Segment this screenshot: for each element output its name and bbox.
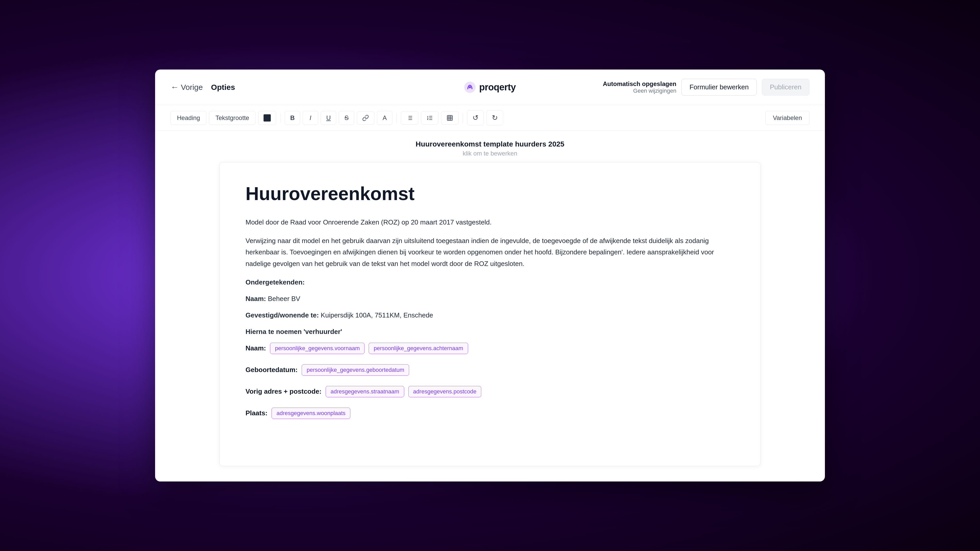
svg-rect-11 [447, 115, 452, 121]
header-left: ← Vorige Opties [170, 83, 235, 92]
hierna-line: Hierna te noemen 'verhuurder' [245, 326, 735, 337]
unordered-list-button[interactable] [401, 111, 418, 125]
toolbar: Heading Tekstgrootte B I U S A [155, 105, 825, 131]
undo-button[interactable]: ↺ [467, 110, 484, 125]
bold-button[interactable]: B [285, 111, 300, 125]
hierna-label: Hierna te noemen 'verhuurder' [245, 328, 342, 335]
naam-line: Naam: Beheer BV [245, 293, 735, 304]
autosave-info: Automatisch opgeslagen Geen wijzigingen [603, 80, 676, 94]
geboortedatum-field-row: Geboortedatum: persoonlijke_gegevens.geb… [245, 364, 735, 376]
naam2-label: Naam: [245, 344, 266, 352]
redo-button[interactable]: ↻ [487, 110, 503, 125]
svg-point-1 [469, 86, 471, 88]
plaats-label: Plaats: [245, 409, 267, 417]
document-title[interactable]: Huurovereenkomst template huurders 2025 [170, 140, 810, 148]
doc-page: Huurovereenkomst Model door de Raad voor… [220, 162, 760, 466]
autosave-main-text: Automatisch opgeslagen [603, 80, 676, 87]
link-icon [362, 114, 369, 121]
variabelen-button[interactable]: Variabelen [765, 111, 810, 125]
vorig-adres-field-row: Vorig adres + postcode: adresgegevens.st… [245, 386, 735, 397]
list-icon [406, 114, 413, 121]
gevestigd-label: Gevestigd/wonende te: [245, 311, 319, 319]
link-button[interactable] [357, 111, 374, 125]
naam-field-row: Naam: persoonlijke_gegevens.voornaam per… [245, 343, 735, 354]
ordered-list-icon [426, 114, 433, 121]
woonplaats-tag[interactable]: adresgegevens.woonplaats [272, 408, 350, 419]
plaats-field-row: Plaats: adresgegevens.woonplaats [245, 408, 735, 419]
separator-3 [463, 113, 463, 122]
back-arrow-icon: ← [170, 83, 179, 92]
header-right: Automatisch opgeslagen Geen wijzigingen … [603, 79, 810, 95]
postcode-tag[interactable]: adresgegevens.postcode [408, 386, 482, 397]
text-color-button[interactable]: A [377, 111, 392, 125]
document-heading: Huurovereenkomst [245, 183, 735, 204]
document-subtitle[interactable]: klik om te bewerken [170, 150, 810, 157]
logo-icon [464, 82, 476, 93]
header: ← Vorige Opties proqerty Automatisch opg… [155, 70, 825, 105]
main-window: ← Vorige Opties proqerty Automatisch opg… [155, 70, 825, 481]
options-label: Opties [211, 83, 235, 92]
italic-button[interactable]: I [303, 111, 318, 125]
document-paragraph-1: Model door de Raad voor Onroerende Zaken… [245, 216, 735, 228]
naam-value: Beheer BV [268, 295, 301, 303]
ordered-list-button[interactable] [421, 111, 439, 125]
autosave-sub-text: Geen wijzigingen [603, 87, 676, 94]
geboortedatum-tag[interactable]: persoonlijke_gegevens.geboortedatum [302, 364, 409, 376]
table-button[interactable] [441, 111, 458, 125]
underline-button[interactable]: U [321, 111, 336, 125]
doc-title-area: Huurovereenkomst template huurders 2025 … [155, 131, 825, 162]
voornaam-tag[interactable]: persoonlijke_gegevens.voornaam [270, 343, 364, 354]
formulier-bewerken-button[interactable]: Formulier bewerken [681, 79, 757, 95]
ondergetekenden-label: Ondergetekenden: [245, 278, 305, 286]
separator-2 [396, 113, 397, 122]
document-paragraph-2: Verwijzing naar dit model en het gebruik… [245, 235, 735, 269]
back-label: Vorige [181, 83, 203, 92]
heading-dropdown[interactable]: Heading [170, 111, 206, 125]
publish-button[interactable]: Publiceren [762, 79, 810, 95]
font-size-dropdown[interactable]: Tekstgrootte [209, 111, 256, 125]
strikethrough-button[interactable]: S [339, 111, 354, 125]
vorig-adres-label: Vorig adres + postcode: [245, 387, 321, 395]
table-icon [447, 114, 453, 121]
back-button[interactable]: ← Vorige [170, 83, 203, 92]
doc-content-wrapper: Huurovereenkomst Model door de Raad voor… [155, 162, 825, 481]
color-picker[interactable] [258, 111, 276, 125]
naam-label: Naam: [245, 295, 266, 303]
straatnaam-tag[interactable]: adresgegevens.straatnaam [326, 386, 404, 397]
logo-area: proqerty [464, 82, 516, 93]
ondergetekenden: Ondergetekenden: [245, 276, 735, 288]
gevestigd-line: Gevestigd/wonende te: Kuipersdijk 100A, … [245, 310, 735, 321]
logo-text: proqerty [479, 82, 516, 93]
color-swatch [264, 114, 271, 122]
geboortedatum-label: Geboortedatum: [245, 366, 298, 374]
achternaam-tag[interactable]: persoonlijke_gegevens.achternaam [369, 343, 468, 354]
gevestigd-value: Kuipersdijk 100A, 7511KM, Enschede [321, 311, 433, 319]
